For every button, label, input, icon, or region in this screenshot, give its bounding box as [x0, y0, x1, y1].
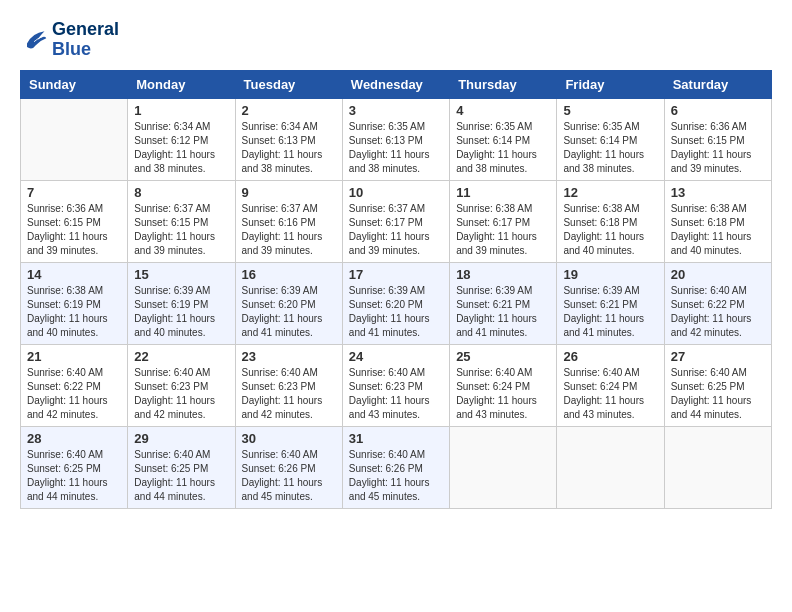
day-info: Sunrise: 6:39 AMSunset: 6:19 PMDaylight:…: [134, 284, 228, 340]
calendar-week-row: 7Sunrise: 6:36 AMSunset: 6:15 PMDaylight…: [21, 180, 772, 262]
calendar-cell: 30Sunrise: 6:40 AMSunset: 6:26 PMDayligh…: [235, 426, 342, 508]
calendar-cell: 26Sunrise: 6:40 AMSunset: 6:24 PMDayligh…: [557, 344, 664, 426]
calendar-cell: 13Sunrise: 6:38 AMSunset: 6:18 PMDayligh…: [664, 180, 771, 262]
day-header-friday: Friday: [557, 70, 664, 98]
calendar-cell: 31Sunrise: 6:40 AMSunset: 6:26 PMDayligh…: [342, 426, 449, 508]
day-info: Sunrise: 6:37 AMSunset: 6:15 PMDaylight:…: [134, 202, 228, 258]
day-number: 26: [563, 349, 657, 364]
day-number: 31: [349, 431, 443, 446]
calendar-cell: 9Sunrise: 6:37 AMSunset: 6:16 PMDaylight…: [235, 180, 342, 262]
day-number: 29: [134, 431, 228, 446]
day-info: Sunrise: 6:35 AMSunset: 6:13 PMDaylight:…: [349, 120, 443, 176]
day-info: Sunrise: 6:38 AMSunset: 6:18 PMDaylight:…: [563, 202, 657, 258]
day-number: 1: [134, 103, 228, 118]
day-info: Sunrise: 6:40 AMSunset: 6:22 PMDaylight:…: [671, 284, 765, 340]
calendar-cell: [450, 426, 557, 508]
day-number: 27: [671, 349, 765, 364]
day-info: Sunrise: 6:40 AMSunset: 6:24 PMDaylight:…: [563, 366, 657, 422]
day-number: 5: [563, 103, 657, 118]
day-info: Sunrise: 6:36 AMSunset: 6:15 PMDaylight:…: [671, 120, 765, 176]
calendar-cell: 10Sunrise: 6:37 AMSunset: 6:17 PMDayligh…: [342, 180, 449, 262]
day-number: 9: [242, 185, 336, 200]
calendar-cell: 17Sunrise: 6:39 AMSunset: 6:20 PMDayligh…: [342, 262, 449, 344]
calendar-cell: 24Sunrise: 6:40 AMSunset: 6:23 PMDayligh…: [342, 344, 449, 426]
day-number: 23: [242, 349, 336, 364]
logo-icon: [20, 26, 48, 54]
day-number: 7: [27, 185, 121, 200]
calendar-cell: [21, 98, 128, 180]
day-number: 3: [349, 103, 443, 118]
calendar-cell: 18Sunrise: 6:39 AMSunset: 6:21 PMDayligh…: [450, 262, 557, 344]
calendar-cell: 14Sunrise: 6:38 AMSunset: 6:19 PMDayligh…: [21, 262, 128, 344]
logo-text: General Blue: [52, 20, 119, 60]
calendar-cell: 3Sunrise: 6:35 AMSunset: 6:13 PMDaylight…: [342, 98, 449, 180]
day-info: Sunrise: 6:40 AMSunset: 6:25 PMDaylight:…: [134, 448, 228, 504]
logo: General Blue: [20, 20, 119, 60]
calendar-cell: 25Sunrise: 6:40 AMSunset: 6:24 PMDayligh…: [450, 344, 557, 426]
day-number: 12: [563, 185, 657, 200]
day-info: Sunrise: 6:40 AMSunset: 6:25 PMDaylight:…: [671, 366, 765, 422]
day-info: Sunrise: 6:35 AMSunset: 6:14 PMDaylight:…: [563, 120, 657, 176]
calendar-cell: 15Sunrise: 6:39 AMSunset: 6:19 PMDayligh…: [128, 262, 235, 344]
day-number: 30: [242, 431, 336, 446]
day-info: Sunrise: 6:34 AMSunset: 6:12 PMDaylight:…: [134, 120, 228, 176]
day-info: Sunrise: 6:40 AMSunset: 6:23 PMDaylight:…: [242, 366, 336, 422]
calendar-week-row: 1Sunrise: 6:34 AMSunset: 6:12 PMDaylight…: [21, 98, 772, 180]
day-number: 28: [27, 431, 121, 446]
day-number: 17: [349, 267, 443, 282]
day-number: 8: [134, 185, 228, 200]
day-info: Sunrise: 6:38 AMSunset: 6:17 PMDaylight:…: [456, 202, 550, 258]
day-info: Sunrise: 6:35 AMSunset: 6:14 PMDaylight:…: [456, 120, 550, 176]
calendar-cell: 21Sunrise: 6:40 AMSunset: 6:22 PMDayligh…: [21, 344, 128, 426]
day-number: 16: [242, 267, 336, 282]
day-info: Sunrise: 6:39 AMSunset: 6:20 PMDaylight:…: [349, 284, 443, 340]
day-number: 10: [349, 185, 443, 200]
day-number: 13: [671, 185, 765, 200]
day-header-tuesday: Tuesday: [235, 70, 342, 98]
day-info: Sunrise: 6:37 AMSunset: 6:16 PMDaylight:…: [242, 202, 336, 258]
day-number: 19: [563, 267, 657, 282]
day-info: Sunrise: 6:40 AMSunset: 6:24 PMDaylight:…: [456, 366, 550, 422]
day-info: Sunrise: 6:38 AMSunset: 6:18 PMDaylight:…: [671, 202, 765, 258]
day-info: Sunrise: 6:34 AMSunset: 6:13 PMDaylight:…: [242, 120, 336, 176]
day-info: Sunrise: 6:38 AMSunset: 6:19 PMDaylight:…: [27, 284, 121, 340]
calendar-cell: 8Sunrise: 6:37 AMSunset: 6:15 PMDaylight…: [128, 180, 235, 262]
calendar-cell: 27Sunrise: 6:40 AMSunset: 6:25 PMDayligh…: [664, 344, 771, 426]
day-header-monday: Monday: [128, 70, 235, 98]
calendar-cell: 22Sunrise: 6:40 AMSunset: 6:23 PMDayligh…: [128, 344, 235, 426]
calendar-header-row: SundayMondayTuesdayWednesdayThursdayFrid…: [21, 70, 772, 98]
calendar-cell: 23Sunrise: 6:40 AMSunset: 6:23 PMDayligh…: [235, 344, 342, 426]
calendar-cell: 6Sunrise: 6:36 AMSunset: 6:15 PMDaylight…: [664, 98, 771, 180]
calendar-cell: 19Sunrise: 6:39 AMSunset: 6:21 PMDayligh…: [557, 262, 664, 344]
day-header-sunday: Sunday: [21, 70, 128, 98]
day-number: 21: [27, 349, 121, 364]
calendar-cell: 11Sunrise: 6:38 AMSunset: 6:17 PMDayligh…: [450, 180, 557, 262]
day-info: Sunrise: 6:39 AMSunset: 6:20 PMDaylight:…: [242, 284, 336, 340]
day-number: 22: [134, 349, 228, 364]
day-header-saturday: Saturday: [664, 70, 771, 98]
calendar-cell: 16Sunrise: 6:39 AMSunset: 6:20 PMDayligh…: [235, 262, 342, 344]
day-number: 6: [671, 103, 765, 118]
calendar-week-row: 21Sunrise: 6:40 AMSunset: 6:22 PMDayligh…: [21, 344, 772, 426]
calendar-cell: 28Sunrise: 6:40 AMSunset: 6:25 PMDayligh…: [21, 426, 128, 508]
calendar-cell: 12Sunrise: 6:38 AMSunset: 6:18 PMDayligh…: [557, 180, 664, 262]
calendar-cell: [664, 426, 771, 508]
calendar-cell: 29Sunrise: 6:40 AMSunset: 6:25 PMDayligh…: [128, 426, 235, 508]
day-info: Sunrise: 6:40 AMSunset: 6:25 PMDaylight:…: [27, 448, 121, 504]
day-number: 18: [456, 267, 550, 282]
day-info: Sunrise: 6:36 AMSunset: 6:15 PMDaylight:…: [27, 202, 121, 258]
day-number: 20: [671, 267, 765, 282]
calendar-cell: 1Sunrise: 6:34 AMSunset: 6:12 PMDaylight…: [128, 98, 235, 180]
calendar-cell: 20Sunrise: 6:40 AMSunset: 6:22 PMDayligh…: [664, 262, 771, 344]
day-number: 11: [456, 185, 550, 200]
day-info: Sunrise: 6:40 AMSunset: 6:23 PMDaylight:…: [134, 366, 228, 422]
day-number: 24: [349, 349, 443, 364]
calendar-week-row: 14Sunrise: 6:38 AMSunset: 6:19 PMDayligh…: [21, 262, 772, 344]
day-number: 2: [242, 103, 336, 118]
day-header-thursday: Thursday: [450, 70, 557, 98]
day-number: 25: [456, 349, 550, 364]
calendar-cell: [557, 426, 664, 508]
day-info: Sunrise: 6:39 AMSunset: 6:21 PMDaylight:…: [563, 284, 657, 340]
day-number: 14: [27, 267, 121, 282]
page-header: General Blue: [20, 20, 772, 60]
